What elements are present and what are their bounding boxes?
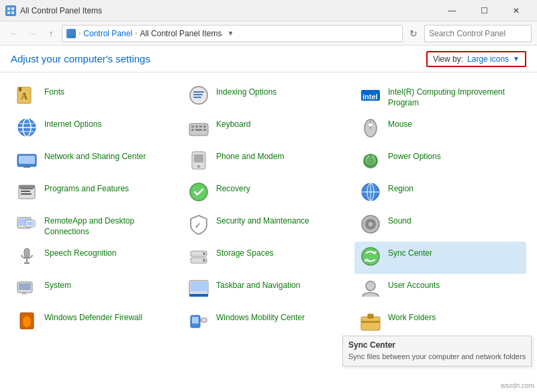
svg-rect-71: [189, 294, 208, 297]
svg-point-43: [190, 183, 207, 201]
svg-rect-51: [27, 222, 34, 226]
programs-features-icon: [16, 181, 38, 203]
up-button[interactable]: ↑: [43, 26, 59, 42]
close-button[interactable]: ✕: [501, 0, 532, 21]
item-recovery[interactable]: Recovery: [183, 177, 354, 209]
sync-center-icon: [360, 246, 381, 267]
internet-options-label: Internet Options: [44, 119, 101, 130]
title-bar: All Control Panel Items — ☐ ✕: [0, 0, 537, 21]
item-network-sharing[interactable]: Network and Sharing Center: [11, 145, 183, 177]
item-phone-modem[interactable]: Phone and Modem: [183, 145, 354, 177]
network-sharing-label: Network and Sharing Center: [44, 152, 146, 162]
item-sound[interactable]: Sound: [354, 209, 526, 242]
tooltip-description: Sync files between your computer and net…: [348, 352, 526, 362]
item-work-folders[interactable]: Work Folders: [354, 306, 526, 338]
title-controls: — ☐ ✕: [436, 0, 532, 21]
item-sync-center[interactable]: Sync Center: [354, 242, 526, 274]
tooltip-title: Sync Center: [348, 340, 526, 350]
phone-modem-label: Phone and Modem: [216, 152, 284, 162]
content-area: AFontsIndexing OptionsintelIntel(R) Comp…: [0, 72, 537, 392]
svg-rect-22: [203, 126, 206, 128]
minimize-button[interactable]: —: [436, 0, 467, 21]
item-taskbar-navigation[interactable]: Taskbar and Navigation: [183, 274, 354, 306]
view-by-chevron-icon: ▼: [513, 55, 520, 62]
item-mouse[interactable]: Mouse: [354, 113, 526, 145]
breadcrumb-all-items[interactable]: All Control Panel Items: [140, 29, 222, 38]
item-internet-options[interactable]: Internet Options: [11, 113, 183, 145]
windows-mobility-icon: [188, 310, 209, 332]
mouse-icon: [360, 117, 381, 138]
svg-rect-42: [19, 185, 35, 189]
svg-rect-66: [19, 283, 31, 290]
remoteapp-label: RemoteApp and Desktop Connections: [44, 216, 177, 237]
svg-rect-80: [361, 321, 380, 323]
taskbar-navigation-label: Taskbar and Navigation: [216, 281, 300, 291]
items-grid: AFontsIndexing OptionsintelIntel(R) Comp…: [11, 81, 526, 338]
svg-text:A: A: [21, 91, 28, 101]
refresh-button[interactable]: ↻: [405, 26, 422, 42]
item-power-options[interactable]: Power Options: [354, 145, 526, 177]
item-system[interactable]: System: [11, 274, 183, 306]
item-windows-mobility[interactable]: Windows Mobility Center: [183, 306, 354, 338]
region-icon: [360, 181, 381, 203]
work-folders-icon: [360, 310, 381, 332]
svg-point-37: [367, 157, 375, 165]
item-programs-features[interactable]: Programs and Features: [11, 177, 183, 209]
breadcrumb-control-panel[interactable]: Control Panel: [83, 29, 132, 38]
security-maintenance-icon: ✓: [188, 213, 209, 235]
svg-rect-2: [7, 11, 10, 14]
windows-mobility-label: Windows Mobility Center: [216, 313, 305, 324]
item-security-maintenance[interactable]: ✓Security and Maintenance: [183, 209, 354, 242]
storage-spaces-icon: [188, 246, 209, 267]
svg-rect-76: [201, 318, 207, 322]
watermark: wsxdn.com: [501, 382, 534, 389]
title-bar-left: All Control Panel Items: [5, 5, 102, 16]
sync-center-tooltip: Sync Center Sync files between your comp…: [342, 336, 532, 366]
svg-point-56: [370, 224, 371, 225]
svg-rect-34: [194, 154, 203, 162]
item-speech-recognition[interactable]: Speech Recognition: [11, 242, 183, 274]
power-options-icon: [360, 149, 381, 170]
item-remoteapp[interactable]: RemoteApp and Desktop Connections: [11, 209, 183, 242]
phone-modem-icon: [188, 149, 209, 170]
breadcrumb-icon: [66, 29, 76, 38]
item-windows-defender[interactable]: Windows Defender Firewall: [11, 306, 183, 338]
storage-spaces-label: Storage Spaces: [216, 248, 273, 259]
system-icon: [16, 278, 38, 299]
indexing-options-label: Indexing Options: [216, 87, 277, 98]
svg-rect-19: [191, 126, 194, 128]
remoteapp-icon: [16, 213, 38, 235]
main-area: Adjust your computer's settings View by:…: [0, 46, 537, 392]
item-region[interactable]: Region: [354, 177, 526, 209]
breadcrumb-dropdown[interactable]: ▼: [227, 30, 234, 37]
page-title: Adjust your computer's settings: [11, 53, 150, 64]
window-title: All Control Panel Items: [20, 6, 102, 15]
svg-rect-57: [24, 248, 30, 258]
item-fonts[interactable]: AFonts: [11, 81, 183, 113]
user-accounts-label: User Accounts: [388, 281, 440, 291]
maximize-button[interactable]: ☐: [469, 0, 499, 21]
svg-point-72: [366, 281, 375, 291]
svg-rect-75: [192, 317, 199, 324]
item-storage-spaces[interactable]: Storage Spaces: [183, 242, 354, 274]
windows-defender-label: Windows Defender Firewall: [44, 313, 142, 324]
sync-center-label: Sync Center: [388, 248, 432, 259]
window-icon: [5, 5, 16, 16]
item-keyboard[interactable]: Keyboard: [183, 113, 354, 145]
indexing-options-icon: [188, 85, 209, 106]
view-by-area: View by: Large icons ▼: [426, 51, 526, 67]
item-indexing-options[interactable]: Indexing Options: [183, 81, 354, 113]
forward-button[interactable]: →: [24, 26, 40, 42]
search-input[interactable]: [424, 25, 532, 42]
item-user-accounts[interactable]: User Accounts: [354, 274, 526, 306]
mouse-label: Mouse: [388, 119, 412, 130]
svg-rect-78: [361, 317, 380, 330]
windows-defender-icon: [16, 310, 38, 332]
back-button[interactable]: ←: [5, 26, 21, 42]
svg-rect-0: [7, 7, 10, 10]
region-label: Region: [388, 184, 413, 195]
svg-rect-8: [193, 91, 204, 93]
view-by-dropdown[interactable]: Large icons: [467, 54, 509, 64]
svg-rect-3: [11, 11, 14, 14]
item-intel-computing[interactable]: intelIntel(R) Computing Improvement Prog…: [354, 81, 526, 113]
